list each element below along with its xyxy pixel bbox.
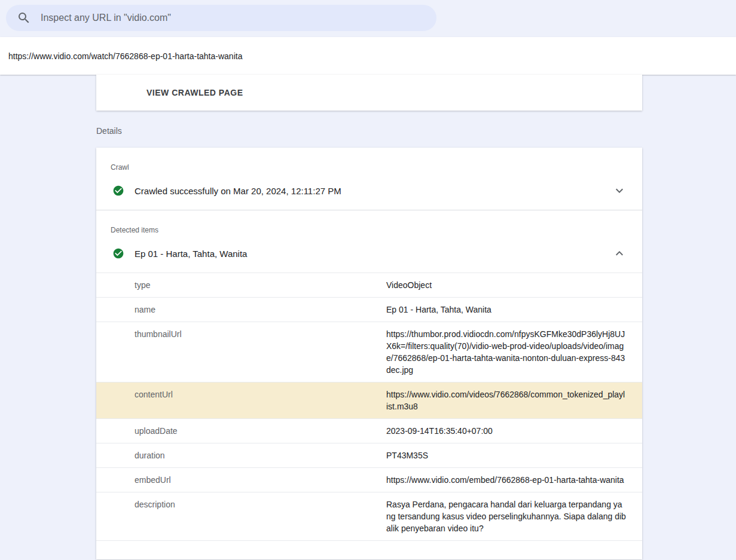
property-row[interactable]: embedUrlhttps://www.vidio.com/embed/7662… [96,467,642,492]
property-row[interactable]: typeVideoObject [96,273,642,297]
search-icon [17,11,31,25]
property-value: https://www.vidio.com/videos/7662868/com… [386,388,627,412]
property-row[interactable]: uploadDate2023-09-14T16:35:40+07:00 [96,418,642,443]
property-key: thumbnailUrl [135,328,386,376]
property-row[interactable]: contentUrlhttps://www.vidio.com/videos/7… [96,382,642,418]
property-key: name [135,304,386,316]
success-check-icon [112,185,124,197]
crawl-section-label: Crawl [96,148,642,172]
view-crawled-page-button[interactable]: VIEW CRAWLED PAGE [146,88,243,97]
property-row[interactable]: durationPT43M35S [96,443,642,467]
inspected-url-bar: https://www.vidio.com/watch/7662868-ep-0… [0,37,736,75]
property-key: embedUrl [135,474,386,486]
property-value: Rasya Perdana, pengacara handal dari kel… [386,498,627,534]
property-key: contentUrl [135,388,386,412]
property-key: duration [135,449,386,461]
detected-item-header-row[interactable]: Ep 01 - Harta, Tahta, Wanita [96,234,642,273]
chevron-down-icon[interactable] [612,183,627,198]
property-key: uploadDate [135,425,386,437]
property-value: PT43M35S [386,449,627,461]
property-value: https://www.vidio.com/embed/7662868-ep-0… [386,474,627,486]
details-heading: Details [96,126,736,136]
crawl-status-row[interactable]: Crawled successfully on Mar 20, 2024, 12… [96,172,642,210]
crawled-page-card: VIEW CRAWLED PAGE [96,75,642,111]
property-value: 2023-09-14T16:35:40+07:00 [386,425,627,437]
property-value: https://thumbor.prod.vidiocdn.com/nfpysK… [386,328,627,376]
property-key: description [135,498,386,534]
property-key: type [135,279,386,291]
top-bar [0,0,736,31]
crawl-status-text: Crawled successfully on Mar 20, 2024, 12… [135,186,341,196]
properties-table: typeVideoObjectnameEp 01 - Harta, Tahta,… [96,273,642,541]
property-value: VideoObject [386,279,627,291]
chevron-up-icon[interactable] [612,246,627,261]
inspected-url: https://www.vidio.com/watch/7662868-ep-0… [8,51,242,61]
detected-items-section-label: Detected items [96,210,642,234]
property-value: Ep 01 - Harta, Tahta, Wanita [386,304,627,316]
url-inspection-search-bar[interactable] [6,5,436,31]
property-row[interactable]: thumbnailUrlhttps://thumbor.prod.vidiocd… [96,322,642,382]
property-row[interactable]: nameEp 01 - Harta, Tahta, Wanita [96,297,642,322]
search-input[interactable] [39,12,426,24]
property-row[interactable]: descriptionRasya Perdana, pengacara hand… [96,492,642,541]
details-card: Crawl Crawled successfully on Mar 20, 20… [96,148,642,559]
detected-item-title: Ep 01 - Harta, Tahta, Wanita [135,249,247,259]
success-check-icon [112,247,124,259]
